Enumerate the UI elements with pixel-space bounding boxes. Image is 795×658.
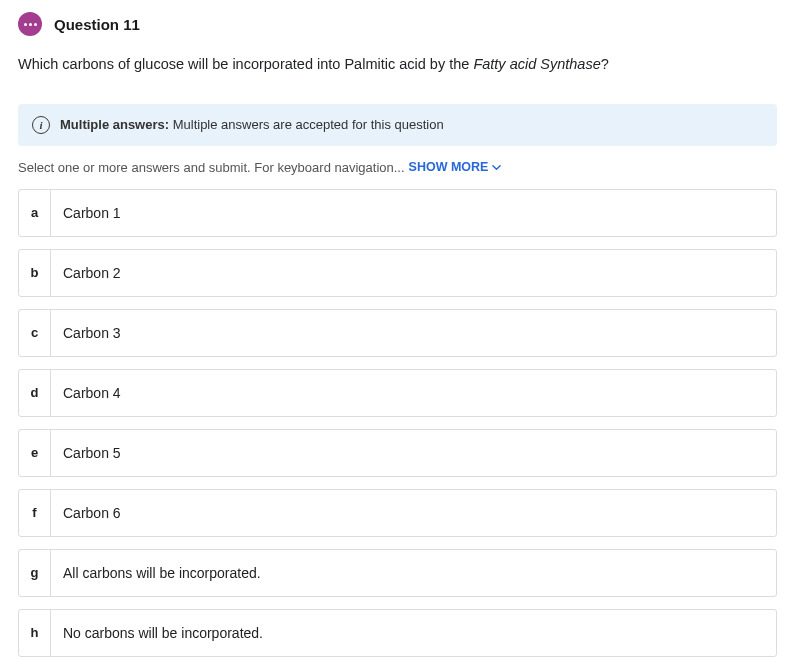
question-header: Question 11: [18, 12, 777, 36]
answer-key: c: [19, 310, 51, 356]
info-icon: i: [32, 116, 50, 134]
question-text-italic: Fatty acid Synthase: [473, 56, 600, 72]
answer-option[interactable]: b Carbon 2: [18, 249, 777, 297]
instructions-text: Select one or more answers and submit. F…: [18, 160, 405, 175]
question-text-after: ?: [601, 56, 609, 72]
answer-key: d: [19, 370, 51, 416]
info-banner-rest: Multiple answers are accepted for this q…: [169, 117, 444, 132]
answer-key: b: [19, 250, 51, 296]
instructions-row: Select one or more answers and submit. F…: [18, 160, 777, 175]
answer-text: Carbon 1: [51, 190, 776, 236]
answer-text: Carbon 5: [51, 430, 776, 476]
answer-key: g: [19, 550, 51, 596]
question-text-before: Which carbons of glucose will be incorpo…: [18, 56, 473, 72]
info-banner: i Multiple answers: Multiple answers are…: [18, 104, 777, 146]
answer-option[interactable]: h No carbons will be incorporated.: [18, 609, 777, 657]
answer-text: Carbon 4: [51, 370, 776, 416]
answer-option[interactable]: d Carbon 4: [18, 369, 777, 417]
answer-option[interactable]: e Carbon 5: [18, 429, 777, 477]
answer-key: h: [19, 610, 51, 656]
answer-text: Carbon 6: [51, 490, 776, 536]
answer-option[interactable]: f Carbon 6: [18, 489, 777, 537]
question-text: Which carbons of glucose will be incorpo…: [18, 54, 777, 76]
show-more-label: SHOW MORE: [409, 160, 489, 174]
info-banner-bold: Multiple answers:: [60, 117, 169, 132]
answer-option[interactable]: g All carbons will be incorporated.: [18, 549, 777, 597]
answer-key: f: [19, 490, 51, 536]
answer-text: Carbon 3: [51, 310, 776, 356]
answer-option[interactable]: a Carbon 1: [18, 189, 777, 237]
answer-list: a Carbon 1 b Carbon 2 c Carbon 3 d Carbo…: [18, 189, 777, 657]
answer-key: a: [19, 190, 51, 236]
show-more-button[interactable]: SHOW MORE: [409, 160, 502, 174]
answer-option[interactable]: c Carbon 3: [18, 309, 777, 357]
question-title: Question 11: [54, 16, 140, 33]
chat-bubble-icon: [18, 12, 42, 36]
info-banner-text: Multiple answers: Multiple answers are a…: [60, 117, 444, 132]
answer-text: Carbon 2: [51, 250, 776, 296]
chevron-down-icon: [492, 163, 501, 172]
answer-key: e: [19, 430, 51, 476]
answer-text: All carbons will be incorporated.: [51, 550, 776, 596]
answer-text: No carbons will be incorporated.: [51, 610, 776, 656]
